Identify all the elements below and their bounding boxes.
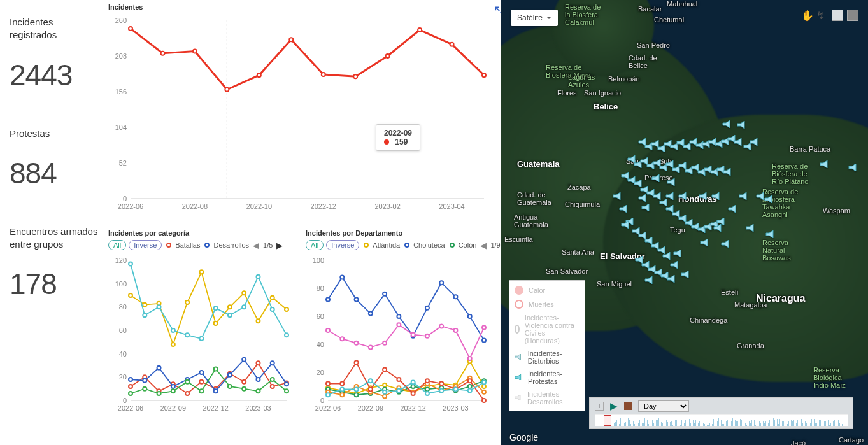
svg-point-84 — [271, 307, 274, 311]
dep-all-button[interactable]: All — [306, 240, 324, 250]
svg-text:2022-06: 2022-06 — [118, 202, 143, 210]
main-chart[interactable]: 0521041562082602022-062022-082022-102022… — [108, 14, 490, 211]
map-marker[interactable] — [673, 248, 683, 256]
svg-point-177 — [439, 382, 443, 386]
svg-point-149 — [383, 341, 387, 345]
time-play-button[interactable]: ▶ — [610, 400, 618, 412]
map-marker[interactable] — [644, 275, 655, 283]
time-selection[interactable] — [604, 415, 611, 426]
stat2-label: Protestas — [10, 127, 102, 140]
cat-legend-desarrollos[interactable]: Desarrollos — [203, 241, 249, 249]
time-stop-button[interactable] — [624, 402, 632, 410]
svg-point-139 — [411, 385, 415, 388]
map-marker[interactable] — [662, 251, 672, 258]
map-marker[interactable] — [665, 191, 676, 199]
map-marker[interactable] — [651, 173, 662, 181]
map-marker[interactable] — [746, 223, 756, 230]
map-marker[interactable] — [734, 137, 744, 145]
map-marker[interactable] — [700, 237, 710, 245]
legend-protestas[interactable]: Incidentes-Protestas — [509, 367, 585, 388]
legend-disturbios[interactable]: Incidentes-Disturbios — [509, 347, 585, 367]
svg-point-90 — [185, 380, 189, 384]
map-marker[interactable] — [678, 191, 688, 199]
pan-tool-icon[interactable]: ✋ — [801, 10, 813, 21]
map-marker[interactable] — [765, 229, 776, 237]
map-marker[interactable] — [699, 191, 709, 199]
svg-point-135 — [355, 393, 359, 397]
cat-legend-batallas[interactable]: Batallas — [164, 241, 200, 249]
map-marker[interactable] — [739, 191, 749, 199]
map-marker[interactable] — [723, 167, 733, 174]
maplabel-azules: Lagunas Azules — [568, 73, 595, 88]
svg-point-93 — [228, 385, 232, 388]
svg-point-175 — [411, 392, 415, 395]
map-marker[interactable] — [667, 177, 677, 185]
satellite-button[interactable]: Satélite — [511, 10, 558, 26]
lasso-tool-icon[interactable]: ↯ — [816, 10, 828, 21]
time-granularity-select[interactable]: Day — [638, 400, 689, 412]
maplabel-sanpedro: San Pedro — [637, 41, 670, 49]
map-marker[interactable] — [721, 239, 731, 246]
cat-pager-next-icon[interactable]: ▶ — [275, 241, 284, 250]
map-marker[interactable] — [764, 194, 774, 202]
map-marker[interactable] — [670, 260, 680, 267]
map-marker[interactable] — [613, 191, 623, 199]
dep-legend-atlantida[interactable]: Atlántida — [362, 241, 400, 249]
svg-point-92 — [214, 367, 218, 371]
dep-inverse-button[interactable]: Inverse — [326, 240, 359, 250]
svg-point-186 — [397, 389, 401, 393]
dep-pager-prev-icon[interactable]: ◀ — [479, 241, 488, 250]
svg-text:0: 0 — [123, 195, 127, 202]
map-marker[interactable] — [737, 120, 747, 127]
map-marker[interactable] — [681, 269, 691, 277]
time-expand-button[interactable]: + — [595, 402, 604, 411]
cat-inverse-button[interactable]: Inverse — [129, 240, 162, 250]
map-tools: ✋ ↯ — [801, 10, 858, 21]
legend-muertes[interactable]: Muertes — [509, 297, 585, 311]
map-marker[interactable] — [848, 162, 858, 170]
maplabel-cartago: Cartago — [839, 436, 864, 444]
map-marker[interactable] — [621, 220, 631, 227]
svg-point-91 — [199, 389, 203, 393]
svg-point-169 — [326, 382, 330, 386]
svg-text:260: 260 — [115, 17, 127, 24]
cat-pager-text: 1/5 — [263, 241, 273, 249]
svg-text:2022-12: 2022-12 — [203, 404, 228, 412]
legend-civiles[interactable]: Incidentes-Violencia contra Civiles (Hon… — [509, 311, 585, 347]
cat-chart[interactable]: 0204060801001202022-062022-092022-122023… — [108, 254, 293, 413]
cat-pager-prev-icon[interactable]: ◀ — [252, 241, 260, 250]
tooltip-dot-icon — [384, 139, 389, 145]
rect-tool-icon[interactable] — [832, 10, 843, 21]
dep-legend-choluteca[interactable]: Choluteca — [402, 241, 445, 249]
maplabel-sansalv: San Salvador — [546, 267, 588, 275]
svg-point-147 — [355, 341, 359, 345]
map-marker[interactable] — [711, 191, 722, 199]
dep-legend-colon[interactable]: Colón — [448, 241, 477, 249]
map-marker[interactable] — [619, 204, 629, 211]
dep-chart[interactable]: 0204060801002022-062022-092022-122023-03 — [306, 254, 490, 413]
map-marker[interactable] — [820, 159, 830, 167]
cat-all-button[interactable]: All — [108, 240, 126, 250]
clear-tool-icon[interactable] — [847, 10, 858, 21]
svg-text:100: 100 — [115, 280, 127, 288]
legend-desarrollos[interactable]: Incidentes-Desarrollos — [509, 388, 585, 408]
svg-point-17 — [225, 88, 229, 92]
map-marker[interactable] — [638, 193, 648, 201]
map-marker[interactable] — [667, 274, 677, 281]
map-marker[interactable] — [641, 202, 651, 210]
svg-point-74 — [129, 262, 132, 266]
svg-point-24 — [450, 43, 454, 46]
svg-point-56 — [214, 389, 218, 393]
svg-point-151 — [411, 333, 415, 337]
map-marker[interactable] — [722, 119, 732, 127]
main-chart-title: Incidentes — [108, 3, 497, 11]
svg-point-171 — [355, 361, 359, 365]
svg-point-87 — [143, 387, 146, 391]
map-marker[interactable] — [713, 223, 723, 230]
maplabel-belmopan: Belmopán — [608, 75, 640, 83]
map-marker[interactable] — [728, 204, 738, 211]
map-marker[interactable] — [750, 137, 760, 145]
svg-point-154 — [453, 328, 457, 332]
time-slider[interactable] — [595, 414, 848, 426]
legend-calor[interactable]: Calor — [509, 283, 585, 297]
